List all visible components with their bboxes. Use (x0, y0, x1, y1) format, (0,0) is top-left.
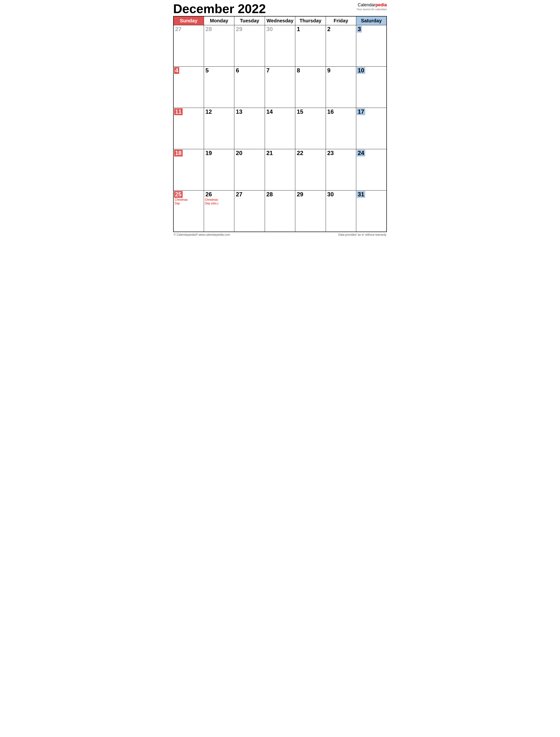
brand-name-red: pedia (375, 2, 387, 7)
day-number: 31 (357, 191, 365, 198)
day-number: 23 (326, 150, 335, 156)
day-number: 2 (326, 26, 331, 33)
day-number: 20 (235, 150, 243, 156)
calendar-week-1: 27282930123 (173, 25, 387, 67)
calendar-week-5: 25ChristmasDay26ChristmasDay (obs.)27282… (173, 190, 387, 232)
calendar-cell: 22 (295, 149, 326, 190)
day-number: 4 (174, 67, 179, 74)
calendar-cell: 3 (356, 25, 387, 67)
header: December 2022 Calendarpedia Your source … (173, 2, 387, 15)
day-number: 30 (265, 26, 274, 33)
day-number: 30 (326, 191, 335, 198)
header-tuesday: Tuesday (234, 16, 265, 25)
holiday-label: ChristmasDay (175, 198, 203, 205)
header-sunday: Sunday (173, 16, 204, 25)
day-number: 28 (265, 191, 274, 198)
brand: Calendarpedia Your source for calendars (356, 2, 387, 11)
day-number: 17 (357, 108, 365, 115)
day-headers-row: Sunday Monday Tuesday Wednesday Thursday… (173, 16, 387, 25)
calendar-week-4: 18192021222324 (173, 149, 387, 190)
brand-name: Calendarpedia (356, 2, 387, 8)
calendar-cell: 8 (295, 67, 326, 108)
calendar-cell: 28 (265, 190, 295, 232)
day-number: 28 (204, 26, 213, 33)
day-number: 18 (174, 150, 183, 156)
footer: © Calendarpedia® www.calendarpedia.com D… (173, 233, 387, 236)
day-number: 6 (235, 67, 240, 74)
calendar-cell: 23 (326, 149, 356, 190)
calendar-cell: 26ChristmasDay (obs.) (204, 190, 234, 232)
calendar-cell: 31 (356, 190, 387, 232)
day-number: 14 (265, 108, 274, 115)
day-number: 29 (235, 26, 243, 33)
calendar-cell: 19 (204, 149, 234, 190)
day-number: 21 (265, 150, 274, 156)
calendar-cell: 7 (265, 67, 295, 108)
day-number: 13 (235, 108, 243, 115)
calendar-cell: 27 (234, 190, 265, 232)
day-number: 24 (357, 150, 365, 156)
header-wednesday: Wednesday (265, 16, 295, 25)
day-number: 12 (204, 108, 213, 115)
day-number: 15 (296, 108, 304, 115)
day-number: 22 (296, 150, 304, 156)
footer-left: © Calendarpedia® www.calendarpedia.com (174, 233, 230, 236)
day-number: 11 (174, 108, 183, 115)
day-number: 3 (357, 26, 362, 33)
calendar-cell: 10 (356, 67, 387, 108)
day-number: 8 (296, 67, 301, 74)
header-monday: Monday (204, 16, 234, 25)
calendar-cell: 2 (326, 25, 356, 67)
calendar-page: December 2022 Calendarpedia Your source … (171, 0, 389, 238)
calendar-cell: 20 (234, 149, 265, 190)
page-title: December 2022 (173, 2, 266, 15)
calendar-cell: 29 (295, 190, 326, 232)
day-number: 19 (204, 150, 213, 156)
calendar-cell: 21 (265, 149, 295, 190)
calendar-cell: 9 (326, 67, 356, 108)
calendar-table: Sunday Monday Tuesday Wednesday Thursday… (173, 16, 387, 232)
day-number: 29 (296, 191, 304, 198)
calendar-cell: 5 (204, 67, 234, 108)
day-number: 10 (357, 67, 365, 74)
day-number: 7 (265, 67, 271, 74)
calendar-cell: 27 (173, 25, 204, 67)
header-saturday: Saturday (356, 16, 387, 25)
calendar-cell: 1 (295, 25, 326, 67)
calendar-cell: 6 (234, 67, 265, 108)
day-number: 27 (174, 26, 183, 33)
calendar-cell: 11 (173, 108, 204, 149)
calendar-week-3: 11121314151617 (173, 108, 387, 149)
brand-sub: Your source for calendars (356, 8, 387, 11)
calendar-cell: 13 (234, 108, 265, 149)
calendar-cell: 12 (204, 108, 234, 149)
day-number: 5 (204, 67, 210, 74)
day-number: 16 (326, 108, 335, 115)
day-number: 1 (296, 26, 301, 33)
day-number: 27 (235, 191, 243, 198)
day-number: 25 (174, 191, 183, 198)
holiday-label: ChristmasDay (obs.) (205, 198, 234, 205)
calendar-cell: 25ChristmasDay (173, 190, 204, 232)
calendar-cell: 30 (326, 190, 356, 232)
calendar-cell: 4 (173, 67, 204, 108)
calendar-week-2: 45678910 (173, 67, 387, 108)
header-thursday: Thursday (295, 16, 326, 25)
calendar-cell: 30 (265, 25, 295, 67)
calendar-cell: 18 (173, 149, 204, 190)
calendar-cell: 24 (356, 149, 387, 190)
calendar-cell: 17 (356, 108, 387, 149)
calendar-cell: 15 (295, 108, 326, 149)
calendar-cell: 29 (234, 25, 265, 67)
day-number: 26 (204, 191, 213, 198)
header-friday: Friday (326, 16, 356, 25)
calendar-cell: 16 (326, 108, 356, 149)
footer-right: Data provided 'as is' without warranty (338, 233, 386, 236)
day-number: 9 (326, 67, 331, 74)
calendar-cell: 14 (265, 108, 295, 149)
calendar-cell: 28 (204, 25, 234, 67)
